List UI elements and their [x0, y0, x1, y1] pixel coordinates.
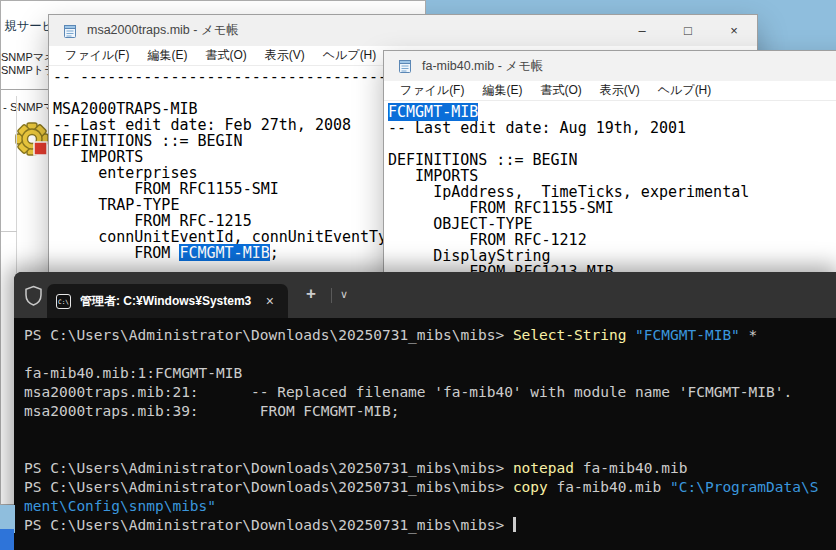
text-segment: "FCMGMT-MIB" — [635, 327, 740, 343]
terminal-window: C:\ 管理者: C:¥Windows¥System3 × + ∨ PS C:\… — [14, 272, 836, 550]
terminal-tab-title: 管理者: C:¥Windows¥System3 — [80, 293, 252, 310]
menu-item[interactable]: ヘルプ(H) — [649, 82, 721, 99]
menu-item[interactable]: 書式(O) — [196, 47, 255, 64]
menu-item[interactable]: 書式(O) — [531, 82, 590, 99]
text-segment: ment\Config\snmp\mibs" — [24, 498, 216, 514]
menu-item[interactable]: 編集(E) — [138, 47, 196, 64]
menu-bar: ファイル(F)編集(E)書式(O)表示(V)ヘルプ(H) — [384, 81, 836, 101]
menu-item[interactable]: ファイル(F) — [56, 47, 138, 64]
text-line: FROM RFC-1212 — [388, 232, 836, 248]
text-line: PS C:\Users\Administrator\Downloads\2025… — [24, 516, 836, 535]
text-line: FCMGMT-MIB — [388, 104, 836, 120]
notepad-icon — [62, 23, 78, 39]
divider — [1, 231, 17, 232]
terminal-tab-bar: C:\ 管理者: C:¥Windows¥System3 × + ∨ — [14, 272, 836, 318]
divider — [1, 89, 48, 90]
tab-dropdown-icon[interactable]: ∨ — [340, 288, 348, 301]
text-line: PS C:\Users\Administrator\Downloads\2025… — [24, 326, 836, 345]
text-line: msa2000traps.mib:21: -- Replaced filenam… — [24, 383, 836, 402]
cmd-icon: C:\ — [56, 294, 71, 309]
text-line: OBJECT-TYPE — [388, 216, 836, 232]
text-segment: PS C:\Users\Administrator\Downloads\2025… — [24, 327, 513, 343]
menu-item[interactable]: 表示(V) — [591, 82, 649, 99]
service-gear-icon — [14, 121, 50, 163]
titlebar[interactable]: fa-mib40.mib - メモ帳 — [384, 51, 836, 81]
text-segment: ; — [270, 244, 279, 261]
window-title: fa-mib40.mib - メモ帳 — [422, 58, 543, 75]
taskbar-fragment — [0, 529, 14, 550]
divider — [331, 288, 332, 303]
text-line — [24, 421, 836, 440]
text-segment: copy — [513, 479, 548, 495]
background-app-tab[interactable]: 規サービス — [4, 18, 49, 35]
text-segment: fa-mib40.mib:1:FCMGMT-MIB — [24, 365, 242, 381]
window-title: msa2000traps.mib - メモ帳 — [87, 22, 239, 39]
minimize-button[interactable]: – — [619, 15, 665, 46]
tab-close-icon[interactable]: × — [261, 293, 279, 309]
admin-shield-icon — [24, 285, 43, 310]
text-line: ment\Config\snmp\mibs" — [24, 497, 836, 516]
text-segment: FCMGMT-MIB — [179, 244, 269, 261]
text-segment: fa-mib40.mib — [548, 479, 670, 495]
menu-item[interactable]: 表示(V) — [256, 47, 314, 64]
maximize-button[interactable]: □ — [665, 15, 711, 46]
text-segment: msa2000traps.mib:39: FROM FCMGMT-MIB; — [24, 403, 399, 419]
text-line: DEFINITIONS ::= BEGIN — [388, 152, 836, 168]
menu-item[interactable]: 編集(E) — [473, 82, 531, 99]
text-line — [24, 345, 836, 364]
text-segment: fa-mib40.mib — [574, 460, 688, 476]
text-segment: PS C:\Users\Administrator\Downloads\2025… — [24, 460, 513, 476]
text-segment: * — [740, 327, 757, 343]
terminal-tab[interactable]: C:\ 管理者: C:¥Windows¥System3 × — [47, 284, 288, 318]
text-line: PS C:\Users\Administrator\Downloads\2025… — [24, 459, 836, 478]
text-line: fa-mib40.mib:1:FCMGMT-MIB — [24, 364, 836, 383]
text-line: IpAddress, TimeTicks, experimental — [388, 184, 836, 200]
text-line: FROM RFC1155-SMI — [388, 200, 836, 216]
text-segment: FROM — [53, 244, 179, 261]
terminal-cursor — [513, 517, 516, 532]
text-line: PS C:\Users\Administrator\Downloads\2025… — [24, 478, 836, 497]
desktop: 規サービス SNMPマネ- SNMPトラッ - SNMPマネ — [0, 0, 836, 550]
notepad-icon — [397, 58, 413, 74]
terminal-output[interactable]: PS C:\Users\Administrator\Downloads\2025… — [14, 318, 836, 535]
text-line: msa2000traps.mib:39: FROM FCMGMT-MIB; — [24, 402, 836, 421]
menu-item[interactable]: ファイル(F) — [391, 82, 473, 99]
titlebar[interactable]: msa2000traps.mib - メモ帳 – □ × — [49, 15, 757, 46]
text-segment: -- Last edit date: Aug 19th, 2001 — [388, 119, 686, 137]
text-segment: msa2000traps.mib:21: -- Replaced filenam… — [24, 384, 792, 400]
text-line — [24, 440, 836, 459]
text-segment: Select-String — [513, 327, 635, 343]
new-tab-button[interactable]: + — [306, 284, 316, 304]
text-segment: notepad — [513, 460, 574, 476]
text-line: -- Last edit date: Aug 19th, 2001 — [388, 120, 836, 136]
text-segment: "C:\ProgramData\S — [670, 479, 818, 495]
text-line: IMPORTS — [388, 168, 836, 184]
menu-item[interactable]: ヘルプ(H) — [314, 47, 386, 64]
window-controls: – □ × — [619, 15, 757, 46]
text-segment: PS C:\Users\Administrator\Downloads\2025… — [24, 479, 513, 495]
close-button[interactable]: × — [711, 15, 757, 46]
text-line — [388, 136, 836, 152]
text-line: DisplayString — [388, 248, 836, 264]
editor-text[interactable]: FCMGMT-MIB-- Last edit date: Aug 19th, 2… — [384, 101, 836, 280]
text-segment: PS C:\Users\Administrator\Downloads\2025… — [24, 517, 513, 533]
